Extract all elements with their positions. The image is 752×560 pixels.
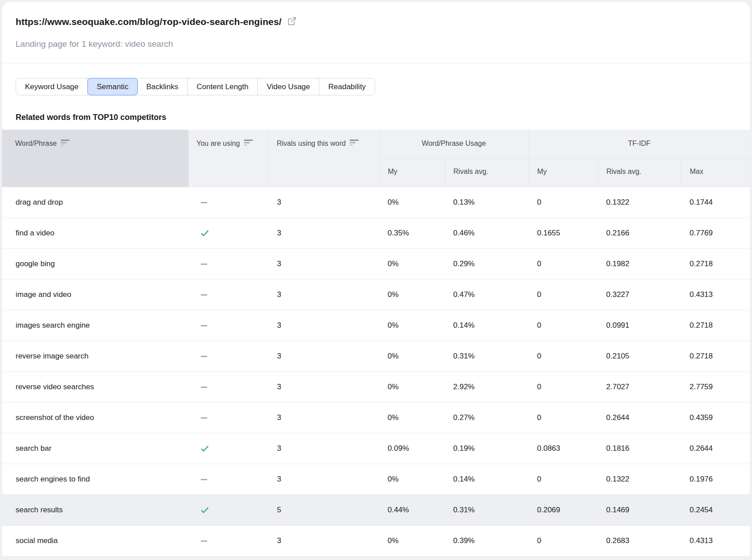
dash-icon [201, 294, 207, 296]
word-phrase-text: reverse image search [16, 352, 88, 360]
word-phrase-text: drag and drop [16, 198, 63, 206]
word-phrase-cell: search engines to find [2, 464, 188, 494]
word-phrase-text: find a video [16, 229, 54, 237]
tab-keyword-usage[interactable]: Keyword Usage [16, 78, 88, 95]
page-card: https://www.seoquake.com/blog/тop-video-… [2, 2, 750, 560]
column-group-word-phrase-usage: Word/Phrase Usage [379, 130, 529, 158]
check-icon [201, 445, 209, 452]
word-phrase-cell: search results [2, 494, 188, 525]
tfidf-my-cell: 0 [529, 248, 598, 279]
tfidf-my-cell: 0 [529, 525, 598, 556]
word-phrase-cell: reverse image search [2, 341, 188, 371]
usage-rivals-avg-cell: 0.29% [445, 248, 529, 279]
tfidf-rivals-avg-cell: 0.1982 [598, 248, 681, 279]
column-header-you-are-using-label: You are using [197, 140, 240, 148]
table-row[interactable]: images search engine 3 0% 0.14% 0 0.0991… [2, 310, 750, 341]
tfidf-rivals-avg-cell: 0.1816 [598, 433, 681, 464]
column-header-usage-my: My [379, 158, 445, 187]
tfidf-max-cell: 2.7759 [681, 371, 750, 402]
rivals-using-cell: 3 [269, 402, 379, 433]
usage-rivals-avg-cell: 0.46% [445, 218, 529, 248]
column-header-rivals-using[interactable]: Rivals using this word [269, 130, 379, 187]
word-phrase-cell: find a video [2, 218, 188, 248]
table-row[interactable]: social media 3 0% 0.39% 0 0.2683 0.4313 [2, 525, 750, 556]
tfidf-max-cell: 0.1976 [681, 464, 750, 494]
table-row[interactable]: search results 5 0.44% 0.31% 0.2069 0.14… [2, 494, 750, 525]
you-are-using-cell [188, 248, 269, 279]
rivals-using-cell: 5 [269, 494, 379, 525]
table-row[interactable]: google bing 3 0% 0.29% 0 0.1982 0.2718 [2, 248, 750, 279]
table-row[interactable]: search engines to find 3 0% 0.14% 0 0.13… [2, 464, 750, 494]
dash-icon [201, 325, 207, 326]
word-phrase-text: screenshot of the video [16, 413, 94, 422]
check-icon [201, 507, 209, 514]
tfidf-my-cell: 0 [529, 464, 598, 494]
table-row[interactable]: screenshot of the video 3 0% 0.27% 0 0.2… [2, 402, 750, 433]
sort-icon[interactable] [244, 140, 253, 148]
word-phrase-text: search bar [16, 444, 51, 453]
tfidf-max-cell: 0.2718 [681, 341, 750, 371]
usage-rivals-avg-cell: 0.13% [445, 187, 529, 218]
word-phrase-cell: google bing [2, 248, 188, 279]
rivals-using-cell: 3 [269, 279, 379, 310]
word-phrase-text: social media [16, 536, 58, 545]
you-are-using-cell [188, 494, 269, 525]
dash-icon [201, 540, 207, 542]
external-link-icon[interactable] [287, 16, 297, 28]
rivals-using-cell: 3 [269, 341, 379, 371]
table-row[interactable]: find a video 3 0.35% 0.46% 0.1655 0.2166… [2, 218, 750, 248]
usage-my-cell: 0.44% [379, 494, 445, 525]
table-row[interactable]: drag and drop 3 0% 0.13% 0 0.1322 0.1744 [2, 187, 750, 218]
tfidf-rivals-avg-cell: 0.1322 [598, 464, 681, 494]
word-phrase-text: images search engine [16, 321, 90, 329]
tfidf-max-cell: 0.4313 [681, 525, 750, 556]
tfidf-my-cell: 0 [529, 310, 598, 341]
usage-rivals-avg-cell: 0.19% [445, 433, 529, 464]
column-header-tfidf-my: My [529, 158, 598, 187]
tfidf-rivals-avg-cell: 0.3227 [598, 279, 681, 310]
usage-my-cell: 0% [379, 341, 445, 371]
you-are-using-cell [188, 310, 269, 341]
table-row[interactable]: reverse video searches 3 0% 2.92% 0 2.70… [2, 371, 750, 402]
tfidf-rivals-avg-cell: 0.1322 [598, 187, 681, 218]
usage-my-cell: 0% [379, 279, 445, 310]
word-phrase-cell: drag and drop [2, 187, 188, 218]
landing-page-subtitle: Landing page for 1 keyword: video search [16, 39, 736, 49]
word-phrase-cell: search bar [2, 433, 188, 464]
tfidf-max-cell: 0.7769 [681, 218, 750, 248]
you-are-using-cell [188, 341, 269, 371]
section-title: Related words from TOP10 competitors [16, 113, 750, 122]
column-header-tfidf-rivals-avg: Rivals avg. [598, 158, 681, 187]
tab-content-length[interactable]: Content Length [188, 78, 258, 95]
word-phrase-cell: screenshot of the video [2, 402, 188, 433]
tab-semantic[interactable]: Semantic [87, 78, 138, 95]
rivals-using-cell: 3 [269, 371, 379, 402]
tfidf-rivals-avg-cell: 2.7027 [598, 371, 681, 402]
tab-readability[interactable]: Readability [319, 78, 375, 95]
tfidf-rivals-avg-cell: 0.2166 [598, 218, 681, 248]
usage-my-cell: 0% [379, 371, 445, 402]
dash-icon [201, 387, 207, 388]
tab-backlinks[interactable]: Backlinks [137, 78, 188, 95]
usage-my-cell: 0% [379, 187, 445, 218]
you-are-using-cell [188, 464, 269, 494]
column-header-you-are-using[interactable]: You are using [188, 130, 269, 187]
table-row[interactable]: search bar 3 0.09% 0.19% 0.0863 0.1816 0… [2, 433, 750, 464]
column-header-word-phrase[interactable]: Word/Phrase [2, 130, 188, 187]
tfidf-max-cell: 0.2454 [681, 494, 750, 525]
tfidf-my-cell: 0 [529, 341, 598, 371]
url-line: https://www.seoquake.com/blog/тop-video-… [16, 16, 736, 28]
table-row[interactable]: image and video 3 0% 0.47% 0 0.3227 0.43… [2, 279, 750, 310]
usage-rivals-avg-cell: 0.14% [445, 310, 529, 341]
tab-video-usage[interactable]: Video Usage [258, 78, 319, 95]
word-phrase-text: google bing [16, 259, 55, 268]
rivals-using-cell: 3 [269, 310, 379, 341]
sort-icon[interactable] [61, 140, 70, 148]
usage-rivals-avg-cell: 0.39% [445, 525, 529, 556]
word-phrase-cell: social media [2, 525, 188, 556]
tfidf-max-cell: 0.4359 [681, 402, 750, 433]
table-row[interactable]: reverse image search 3 0% 0.31% 0 0.2105… [2, 341, 750, 371]
tfidf-my-cell: 0.2069 [529, 494, 598, 525]
tfidf-my-cell: 0 [529, 371, 598, 402]
sort-icon[interactable] [350, 140, 359, 148]
